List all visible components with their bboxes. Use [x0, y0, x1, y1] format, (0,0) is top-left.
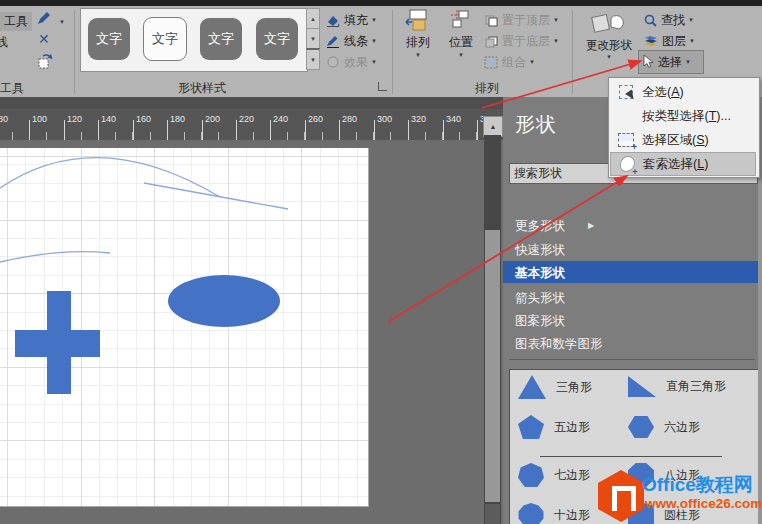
group-shapes-icon: [484, 56, 498, 69]
nav-pattern-shapes[interactable]: 图案形状: [515, 313, 565, 330]
select-button[interactable]: 选择: [638, 50, 704, 74]
change-shape-icon: [589, 8, 629, 36]
style-option-3[interactable]: 文字: [193, 9, 249, 69]
layers-button[interactable]: 图层: [644, 33, 695, 49]
fill-bucket-icon: [326, 14, 340, 27]
select-dropdown-menu: 全选(A) 按类型选择(T)... 选择区域(S) 套索选择(L): [608, 77, 760, 178]
tools-tab-button[interactable]: 工具: [0, 12, 32, 31]
bring-to-front-button[interactable]: 置于顶层: [484, 12, 559, 28]
style-option-1[interactable]: 文字: [81, 9, 137, 69]
nav-basic-shapes-selected[interactable]: 基本形状: [503, 261, 758, 283]
position-button[interactable]: 位置▼: [441, 8, 481, 72]
nav-charts-math-shapes[interactable]: 图表和数学图形: [515, 336, 603, 353]
style-option-4[interactable]: 文字: [249, 9, 305, 69]
shape-style-gallery: 文字 文字 文字 文字: [80, 8, 308, 72]
arrange-button[interactable]: 排列▼: [398, 8, 438, 72]
ruler-label: 320: [411, 114, 426, 124]
lasso-select-icon: [620, 156, 635, 172]
effects-shape-icon: [326, 56, 340, 69]
connector-label[interactable]: 线: [0, 34, 8, 51]
line-button[interactable]: 线条: [326, 33, 377, 49]
ruler-label: 180: [170, 114, 185, 124]
find-icon: [644, 14, 657, 27]
scrollbar-end: [485, 504, 500, 524]
ruler-label: 220: [239, 114, 254, 124]
gallery-item-heptagon[interactable]: 七边形: [518, 463, 590, 487]
fill-button[interactable]: 填充: [326, 12, 377, 28]
app-window: 工具 线 ✕ 工具 文字 文字 文字 文字 ▲: [0, 0, 762, 524]
gallery-item-hexagon[interactable]: 六边形: [628, 415, 700, 439]
ellipse-shape[interactable]: [168, 275, 280, 327]
dialog-launcher-icon[interactable]: [378, 82, 387, 91]
menu-item-select-all[interactable]: 全选(A): [610, 80, 756, 104]
group-divider: [572, 10, 573, 94]
gallery-scrollbar: ▲ ▼ ▼: [306, 8, 320, 70]
ruler-label: 120: [67, 114, 82, 124]
menu-item-select-by-type[interactable]: 按类型选择(T)...: [610, 104, 756, 128]
send-to-back-button[interactable]: 置于底层: [484, 33, 559, 49]
page-drawings: [0, 148, 368, 506]
horizontal-ruler: 80 100 120 140 160 180 200 220 240 260 2…: [0, 109, 503, 140]
nav-arrow-shapes[interactable]: 箭头形状: [515, 290, 565, 307]
gallery-item-right-triangle[interactable]: 直角三角形: [628, 376, 726, 397]
change-shape-button[interactable]: 更改形状▼: [577, 8, 641, 72]
scroll-up-button[interactable]: ▲: [483, 116, 503, 137]
vertical-scrollbar[interactable]: [484, 135, 501, 524]
right-triangle-icon: [628, 376, 656, 397]
send-back-icon: [484, 35, 498, 48]
select-cursor-icon: [643, 55, 654, 69]
effects-button[interactable]: 效果: [326, 54, 377, 70]
rotate-select-icon: [36, 52, 54, 70]
gallery-scroll-up-button[interactable]: ▲: [306, 8, 320, 29]
more-shapes-arrow-icon: ▶: [588, 221, 594, 230]
watermark: Office教程网 www.office26.com: [598, 468, 762, 524]
gallery-item-triangle[interactable]: 三角形: [518, 375, 592, 399]
menu-item-area-select[interactable]: 选择区域(S): [610, 128, 756, 152]
delete-x-icon[interactable]: ✕: [38, 31, 50, 47]
panel-title: 形状: [515, 111, 557, 138]
pointer-rotate-tool[interactable]: [36, 52, 54, 70]
nav-more-shapes[interactable]: 更多形状: [515, 218, 565, 235]
nav-quick-shapes[interactable]: 快速形状: [515, 242, 565, 259]
group-button[interactable]: 组合: [484, 54, 535, 70]
style-tile: 文字: [88, 18, 130, 60]
watermark-title: Office教程网: [642, 472, 753, 498]
triangle-icon: [518, 375, 546, 399]
line-pen-icon: [326, 35, 340, 48]
gallery-item-pentagon[interactable]: 五边形: [518, 415, 590, 439]
watermark-url: www.office26.com: [645, 496, 762, 511]
pencil-dropdown-arrow[interactable]: [56, 12, 65, 30]
office-logo-icon: [598, 470, 644, 522]
style-tile: 文字: [200, 18, 242, 60]
group-divider: [74, 10, 75, 94]
ruler-zone: 80 100 120 140 160 180 200 220 240 260 2…: [0, 97, 503, 140]
shape-styles-group-label: 形状样式: [178, 80, 226, 97]
tools-group-label: 工具: [0, 80, 24, 97]
find-button[interactable]: 查找: [644, 12, 694, 28]
small-arc-shape[interactable]: [0, 252, 110, 262]
menu-item-lasso-select[interactable]: 套索选择(L): [610, 152, 756, 176]
ruler-label: 340: [446, 114, 461, 124]
ruler-label: 240: [273, 114, 288, 124]
heptagon-icon: [518, 463, 544, 487]
pentagon-icon: [518, 415, 544, 439]
ruler-label: 100: [32, 114, 47, 124]
cross-shape[interactable]: [15, 291, 100, 394]
layers-icon: [644, 35, 658, 48]
ruler-label: 300: [377, 114, 392, 124]
gallery-more-button[interactable]: ▼: [306, 48, 320, 70]
office-logo-door: [612, 486, 636, 511]
pencil-tool-button[interactable]: [36, 10, 52, 26]
group-divider: [392, 10, 393, 94]
gallery-divider: [540, 456, 722, 457]
decagon-icon: [518, 503, 544, 524]
gallery-scroll-down-button[interactable]: ▼: [306, 28, 320, 49]
hexagon-icon: [628, 415, 654, 439]
drawing-page[interactable]: [0, 148, 369, 507]
scrollbar-thumb[interactable]: [485, 230, 500, 502]
style-option-2[interactable]: 文字: [137, 9, 193, 69]
position-icon: [448, 8, 474, 32]
line-shape[interactable]: [144, 183, 288, 209]
area-select-icon: [618, 133, 634, 147]
gallery-item-decagon[interactable]: 十边形: [518, 503, 590, 524]
